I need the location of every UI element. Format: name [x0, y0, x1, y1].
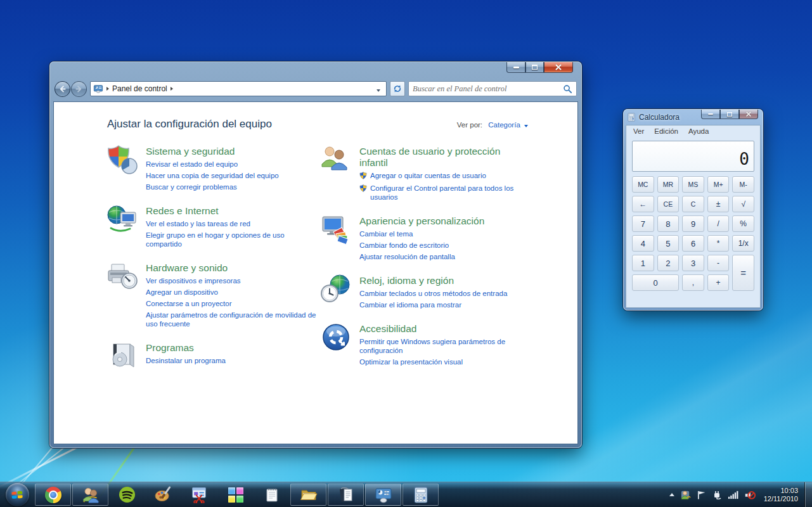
- taskbar-button-snipping-tool[interactable]: [181, 482, 217, 507]
- maximize-button[interactable]: [720, 110, 739, 119]
- key-4[interactable]: 4: [632, 235, 654, 252]
- task-link[interactable]: Hacer una copia de seguridad del equipo: [146, 171, 318, 180]
- taskbar-button-wordpad[interactable]: [328, 484, 364, 506]
- taskbar-button-messenger[interactable]: [72, 484, 108, 506]
- key-clear-entry[interactable]: CE: [657, 196, 680, 212]
- task-link[interactable]: Ver el estado y las tareas de red: [146, 219, 318, 228]
- network-signal-icon[interactable]: [728, 490, 738, 499]
- minimize-button[interactable]: [701, 110, 720, 119]
- key-memory-recall[interactable]: MR: [657, 176, 680, 193]
- ease-of-access-icon[interactable]: [321, 322, 351, 352]
- task-link[interactable]: Cambiar el idioma para mostrar: [359, 300, 530, 309]
- key-backspace[interactable]: ←: [632, 196, 654, 212]
- power-plug-icon[interactable]: [712, 490, 722, 500]
- key-7[interactable]: 7: [632, 215, 654, 232]
- forward-button[interactable]: [71, 81, 87, 97]
- category-title[interactable]: Sistema y seguridad: [146, 146, 318, 157]
- key-memory-store[interactable]: MS: [682, 176, 704, 193]
- key-reciprocal[interactable]: 1/x: [732, 235, 754, 252]
- menu-ayuda[interactable]: Ayuda: [684, 127, 713, 136]
- close-button[interactable]: [544, 62, 573, 73]
- category-title[interactable]: Apariencia y personalización: [359, 215, 530, 227]
- task-link[interactable]: Ver dispositivos e impresoras: [146, 276, 318, 285]
- volume-muted-icon[interactable]: [744, 489, 756, 501]
- task-link[interactable]: Cambiar el tema: [359, 229, 530, 238]
- category-title[interactable]: Reloj, idioma y región: [359, 275, 530, 286]
- show-desktop-button[interactable]: [804, 482, 812, 507]
- key-multiply[interactable]: *: [707, 235, 730, 252]
- breadcrumb-dropdown-button[interactable]: [373, 83, 383, 94]
- programs-icon[interactable]: [107, 341, 138, 371]
- task-link[interactable]: Conectarse a un proyector: [146, 299, 318, 308]
- task-link[interactable]: Ajustar parámetros de configuración de m…: [146, 311, 318, 328]
- task-link[interactable]: Agregar un dispositivo: [146, 288, 318, 297]
- maximize-button[interactable]: [525, 62, 544, 73]
- taskbar-button-control-panel[interactable]: [365, 484, 401, 506]
- task-link[interactable]: Agregar o quitar cuentas de usuario: [359, 171, 530, 181]
- category-title[interactable]: Hardware y sonido: [146, 262, 318, 274]
- task-link[interactable]: Permitir que Windows sugiera parámetros …: [359, 337, 530, 355]
- task-link[interactable]: Desinstalar un programa: [146, 356, 318, 365]
- task-link[interactable]: Elegir grupo en el hogar y opciones de u…: [146, 231, 318, 248]
- messenger-tray-icon[interactable]: [680, 489, 691, 500]
- task-link[interactable]: Buscar y corregir problemas: [146, 183, 318, 191]
- menu-edicion[interactable]: Edición: [650, 127, 683, 136]
- start-button[interactable]: [0, 482, 34, 507]
- key-6[interactable]: 6: [682, 235, 704, 252]
- task-link[interactable]: Ajustar resolución de pantalla: [359, 252, 530, 261]
- task-link[interactable]: Cambiar fondo de escritorio: [359, 241, 530, 250]
- search-input[interactable]: [413, 84, 563, 94]
- network-internet-icon[interactable]: [107, 204, 138, 234]
- task-link[interactable]: Cambiar teclados u otros métodos de entr…: [359, 289, 530, 298]
- system-security-icon[interactable]: [107, 144, 138, 175]
- taskbar-button-paint[interactable]: [145, 482, 181, 507]
- key-memory-clear[interactable]: MC: [632, 176, 654, 193]
- appearance-icon[interactable]: [321, 214, 351, 245]
- category-title[interactable]: Accesibilidad: [359, 323, 530, 335]
- key-9[interactable]: 9: [682, 215, 704, 232]
- hardware-sound-icon[interactable]: [107, 261, 138, 292]
- key-percent[interactable]: %: [732, 215, 754, 232]
- category-title[interactable]: Programas: [146, 342, 318, 354]
- close-button[interactable]: [739, 110, 758, 119]
- user-accounts-icon[interactable]: [321, 144, 351, 175]
- back-button[interactable]: [55, 81, 70, 97]
- key-subtract[interactable]: -: [707, 255, 730, 271]
- taskbar-button-color-grid-app[interactable]: [217, 482, 254, 507]
- category-title[interactable]: Redes e Internet: [146, 205, 318, 217]
- task-link[interactable]: Optimizar la presentación visual: [359, 357, 530, 366]
- key-square-root[interactable]: √: [732, 196, 754, 212]
- menu-ver[interactable]: Ver: [629, 127, 648, 136]
- task-link[interactable]: Revisar el estado del equipo: [146, 160, 318, 169]
- key-0[interactable]: 0: [632, 274, 679, 291]
- search-icon[interactable]: [563, 84, 572, 94]
- key-decimal[interactable]: ,: [682, 274, 704, 291]
- taskbar-button-chrome[interactable]: [35, 484, 71, 506]
- key-equals[interactable]: =: [732, 255, 754, 291]
- taskbar-clock[interactable]: 10:03 12/11/2010: [764, 487, 798, 503]
- breadcrumb-item-control-panel[interactable]: Panel de control: [112, 84, 167, 93]
- refresh-button[interactable]: [390, 81, 405, 96]
- key-memory-add[interactable]: M+: [707, 176, 730, 193]
- key-clear[interactable]: C: [682, 196, 704, 212]
- key-memory-subtract[interactable]: M-: [732, 176, 754, 193]
- minimize-button[interactable]: [506, 62, 525, 73]
- key-divide[interactable]: /: [707, 215, 730, 232]
- action-center-flag-icon[interactable]: [697, 490, 706, 500]
- key-1[interactable]: 1: [632, 255, 654, 271]
- clock-language-region-icon[interactable]: [321, 274, 351, 304]
- category-title[interactable]: Cuentas de usuario y protección infantil: [359, 146, 530, 169]
- task-link[interactable]: Configurar el Control parental para todo…: [359, 184, 530, 202]
- taskbar-button-spotify[interactable]: [109, 482, 145, 507]
- view-by-dropdown[interactable]: Categoría: [488, 121, 520, 129]
- hidden-icons-button[interactable]: [669, 493, 674, 496]
- key-negate[interactable]: ±: [707, 196, 730, 212]
- key-8[interactable]: 8: [657, 215, 680, 232]
- key-add[interactable]: +: [707, 274, 730, 291]
- breadcrumb[interactable]: Panel de control: [90, 81, 387, 96]
- key-2[interactable]: 2: [657, 255, 680, 271]
- taskbar-button-calculator[interactable]: [403, 484, 439, 506]
- key-5[interactable]: 5: [657, 235, 680, 252]
- taskbar-button-notepad[interactable]: [254, 482, 290, 507]
- taskbar-button-explorer[interactable]: [290, 484, 326, 506]
